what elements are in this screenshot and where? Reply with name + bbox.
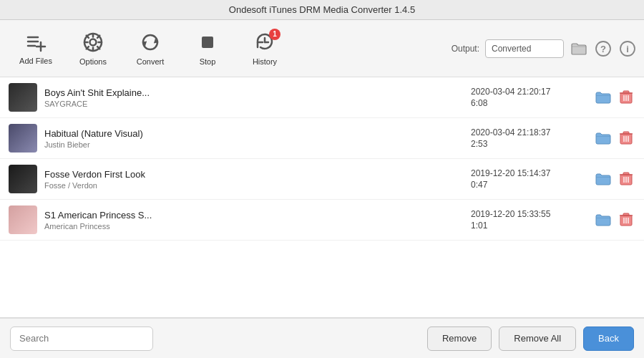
file-actions: [592, 211, 635, 228]
file-title: S1 American Princess S...: [44, 210, 464, 221]
file-info: Boys Ain't Shit Explaine... SAYGRACE: [44, 87, 464, 108]
file-date: 2019-12-20 15:33:55: [471, 209, 550, 219]
file-duration: 2:53: [471, 139, 487, 149]
table-row: Habitual (Nature Visual) Justin Bieber 2…: [0, 118, 644, 159]
file-title: Habitual (Nature Visual): [44, 128, 464, 139]
history-badge: 1: [269, 29, 280, 40]
window-title: Ondesoft iTunes DRM Media Converter 1.4.…: [229, 4, 415, 15]
convert-icon: [140, 32, 161, 53]
remove-all-button[interactable]: Remove All: [499, 326, 576, 351]
stop-label: Stop: [200, 57, 216, 66]
table-row: Boys Ain't Shit Explaine... SAYGRACE 202…: [0, 77, 644, 118]
file-thumbnail: [9, 124, 37, 153]
table-row: S1 American Princess S... American Princ…: [0, 200, 644, 241]
file-duration: 0:47: [471, 180, 487, 190]
file-artist: Fosse / Verdon: [44, 181, 464, 190]
file-actions: [592, 89, 635, 106]
remove-button[interactable]: Remove: [427, 326, 492, 351]
browse-folder-button[interactable]: [570, 41, 588, 57]
file-actions: [592, 170, 635, 188]
help-button[interactable]: ?: [594, 39, 613, 58]
options-button[interactable]: Options: [64, 27, 122, 70]
add-files-label: Add Files: [19, 57, 52, 65]
file-info: S1 American Princess S... American Princ…: [44, 210, 464, 231]
options-label: Options: [79, 57, 107, 66]
svg-point-6: [90, 39, 97, 45]
file-duration: 1:01: [471, 221, 487, 231]
stop-icon: [197, 32, 218, 53]
file-info: Habitual (Nature Visual) Justin Bieber: [44, 128, 464, 149]
file-meta: 2020-03-04 21:18:37 2:53: [471, 127, 585, 149]
file-artist: Justin Bieber: [44, 140, 464, 149]
convert-label: Convert: [137, 57, 165, 66]
file-info: Fosse Verdon First Look Fosse / Verdon: [44, 169, 464, 190]
output-area: Output: ? i: [452, 39, 637, 58]
output-input[interactable]: [485, 39, 564, 58]
file-title: Fosse Verdon First Look: [44, 169, 464, 180]
back-button[interactable]: Back: [583, 326, 634, 351]
file-date: 2020-03-04 21:20:17: [471, 87, 550, 97]
file-folder-button[interactable]: [592, 130, 614, 146]
toolbar: Add Files Options: [0, 20, 644, 77]
file-thumbnail: [9, 165, 37, 193]
title-bar: Ondesoft iTunes DRM Media Converter 1.4.…: [0, 0, 644, 20]
file-folder-button[interactable]: [592, 90, 614, 105]
file-title: Boys Ain't Shit Explaine...: [44, 87, 464, 98]
file-meta: 2020-03-04 21:20:17 6:08: [471, 87, 585, 108]
convert-button[interactable]: Convert: [122, 27, 179, 70]
history-label: History: [253, 57, 277, 66]
file-delete-button[interactable]: [617, 130, 635, 147]
output-label: Output:: [452, 44, 479, 54]
table-row: Fosse Verdon First Look Fosse / Verdon 2…: [0, 159, 644, 200]
history-button[interactable]: 1 History: [236, 27, 293, 70]
stop-button[interactable]: Stop: [179, 27, 236, 70]
file-artist: SAYGRACE: [44, 100, 464, 108]
file-actions: [592, 130, 635, 147]
file-thumbnail: [9, 205, 37, 234]
svg-text:?: ?: [600, 43, 606, 54]
svg-text:i: i: [626, 43, 629, 54]
file-delete-button[interactable]: [617, 211, 635, 228]
file-date: 2019-12-20 15:14:37: [471, 168, 550, 178]
file-delete-button[interactable]: [617, 170, 635, 188]
file-date: 2020-03-04 21:18:37: [471, 127, 550, 137]
file-artist: American Princess: [44, 222, 464, 231]
add-files-icon: [25, 32, 47, 52]
file-meta: 2019-12-20 15:14:37 0:47: [471, 168, 585, 190]
file-thumbnail: [9, 83, 37, 112]
add-files-button[interactable]: Add Files: [7, 28, 64, 69]
info-button[interactable]: i: [618, 39, 637, 58]
file-meta: 2019-12-20 15:33:55 1:01: [471, 209, 585, 231]
search-input[interactable]: [10, 326, 153, 351]
file-folder-button[interactable]: [592, 212, 614, 228]
file-folder-button[interactable]: [592, 171, 614, 187]
svg-rect-15: [202, 37, 213, 48]
file-delete-button[interactable]: [617, 89, 635, 106]
bottom-bar: Remove Remove All Back: [0, 318, 644, 358]
file-duration: 6:08: [471, 98, 487, 108]
options-icon: [82, 32, 104, 53]
file-list: Boys Ain't Shit Explaine... SAYGRACE 202…: [0, 77, 644, 318]
